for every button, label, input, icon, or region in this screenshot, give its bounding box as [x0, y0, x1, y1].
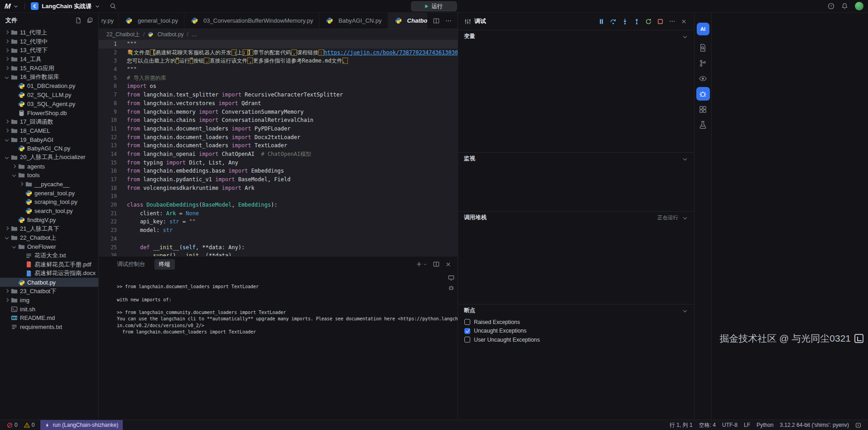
line-number[interactable]: 7 [99, 91, 117, 99]
step-over-icon[interactable] [609, 18, 617, 25]
tree-file[interactable]: general_tool.py [0, 188, 98, 198]
tree-file[interactable]: BabyAGI_CN.py [0, 144, 98, 153]
line-number[interactable]: 11 [99, 125, 117, 133]
code-line[interactable]: 14from langchain_openai import ChatOpenA… [99, 150, 458, 159]
notifications-bell-icon[interactable] [841, 3, 848, 10]
line-number[interactable]: 3 [99, 57, 117, 65]
tree-folder[interactable]: 15_RAG应用 [0, 64, 98, 73]
tree-folder[interactable]: 22_Chatbot上 [0, 233, 98, 242]
tree-folder[interactable]: 19_BabyAGI [0, 135, 98, 144]
collapse-all-icon[interactable] [87, 17, 93, 24]
tree-file[interactable]: 易速鲜花运营指南.docx [0, 269, 98, 278]
line-number[interactable]: 15 [99, 159, 117, 167]
code-line[interactable]: 20class DoubaoEmbeddings(BaseModel, Embe… [99, 201, 458, 209]
line-number[interactable]: 25 [99, 243, 117, 252]
panel-tab-terminal[interactable]: 终端 [154, 259, 175, 270]
line-number[interactable]: 19 [99, 192, 117, 201]
code-line[interactable]: 12from langchain.document_loaders import… [99, 133, 458, 142]
tree-folder[interactable]: 17_回调函数 [0, 117, 98, 126]
ai-assistant-button[interactable]: AI [697, 23, 709, 35]
checkbox-unchecked-icon[interactable] [464, 319, 470, 325]
extensions-icon[interactable] [696, 102, 710, 116]
tree-file[interactable]: 03_SQL_Agent.py [0, 100, 98, 109]
new-file-icon[interactable] [75, 17, 82, 24]
breadcrumb-item[interactable]: Chatbot.py [157, 31, 183, 38]
line-number[interactable]: 5 [99, 74, 117, 82]
code-line[interactable]: 5# 导入所需的库 [99, 74, 458, 82]
tree-file[interactable]: 01_DBCreation.py [0, 82, 98, 91]
breadcrumb-item[interactable]: … [192, 31, 197, 38]
code-line[interactable]: 15from typing import Dict, List, Any [99, 159, 458, 167]
terminal-instance-icon[interactable] [448, 275, 454, 281]
code-line[interactable]: 4""" [99, 65, 458, 74]
step-into-icon[interactable] [621, 18, 629, 25]
split-editor-icon[interactable] [433, 18, 439, 24]
eol-sequence[interactable]: LF [741, 420, 753, 430]
run-debug-icon[interactable] [696, 87, 710, 101]
line-number[interactable]: 1 [99, 40, 117, 48]
line-number[interactable]: 10 [99, 116, 117, 125]
tree-folder[interactable]: 23_Chatbot下 [0, 287, 98, 296]
tree-file[interactable]: init.sh [0, 304, 98, 314]
more-icon[interactable] [668, 18, 676, 25]
code-line[interactable]: 10from langchain.chains import Conversat… [99, 116, 458, 125]
tree-folder[interactable]: 18_CAMEL [0, 126, 98, 135]
chevron-down-icon[interactable] [682, 214, 688, 221]
run-button[interactable]: 运行 [411, 1, 457, 11]
tree-folder[interactable]: tools [0, 171, 98, 180]
tree-file[interactable]: findbigV.py [0, 215, 98, 224]
breakpoint-item[interactable]: Raised Exceptions [458, 318, 694, 327]
tree-folder[interactable]: __pycache__ [0, 180, 98, 189]
line-number[interactable]: 22 [99, 217, 117, 226]
app-logo[interactable]: M [4, 2, 10, 10]
encoding[interactable]: UTF-8 [719, 420, 741, 430]
code-line[interactable]: 2💐文件是【易速鲜花聊天客服机器人的开发（上）】章节的配套代码，课程链接：htt… [99, 48, 458, 57]
pause-icon[interactable] [598, 18, 605, 25]
section-header-breakpoints[interactable]: 断点 [458, 304, 694, 316]
source-control-icon[interactable] [696, 56, 710, 70]
line-number[interactable]: 14 [99, 150, 117, 159]
code-line[interactable]: 1""" [99, 40, 458, 48]
line-number[interactable]: 9 [99, 108, 117, 116]
breakpoint-item[interactable]: Uncaught Exceptions [458, 327, 694, 336]
more-actions-icon[interactable] [445, 18, 452, 24]
user-avatar[interactable] [855, 2, 863, 10]
code-line[interactable]: 16from langchain.embeddings.base import … [99, 167, 458, 175]
problems-warnings[interactable]: 0 [21, 420, 38, 430]
terminal-output[interactable]: >> from langchain.document_loaders impor… [99, 272, 458, 420]
checkbox-unchecked-icon[interactable] [464, 337, 470, 343]
cursor-position[interactable]: 行 1, 列 1 [666, 420, 696, 430]
workspace-menu-chevron-icon[interactable] [13, 4, 19, 9]
split-terminal-icon[interactable] [433, 261, 439, 267]
tree-file[interactable]: 02_SQL_LLM.py [0, 91, 98, 100]
tree-folder[interactable]: img [0, 296, 98, 305]
line-number[interactable]: 12 [99, 133, 117, 142]
line-number[interactable]: 13 [99, 141, 117, 150]
indentation[interactable]: 空格: 4 [696, 420, 719, 430]
code-line[interactable]: 24 [99, 235, 458, 243]
line-number[interactable]: 20 [99, 201, 117, 209]
line-number[interactable]: 26 [99, 251, 117, 256]
step-out-icon[interactable] [633, 18, 641, 25]
restart-icon[interactable] [645, 18, 652, 25]
tree-folder[interactable]: 20_人脉工具上/socializer [0, 153, 98, 162]
panel-tab-debug-console[interactable]: 调试控制台 [112, 259, 150, 270]
editor-tab[interactable]: Chatbot.py [388, 13, 427, 29]
code-line[interactable]: 8from langchain.vectorstores import Qdra… [99, 99, 458, 108]
code-line[interactable]: 23 model: str [99, 226, 458, 235]
tree-folder[interactable]: 16_操作数据库 [0, 72, 98, 82]
code-line[interactable]: 18from volcenginesdkarkruntime import Ar… [99, 184, 458, 193]
code-line[interactable]: 7from langchain.text_splitter import Rec… [99, 91, 458, 99]
line-number[interactable]: 23 [99, 226, 117, 235]
chevron-down-icon[interactable] [682, 33, 688, 39]
code-line[interactable]: 13from langchain.document_loaders import… [99, 141, 458, 150]
breakpoint-item[interactable]: User Uncaught Exceptions [458, 335, 694, 344]
code-line[interactable]: 21 client: Ark = None [99, 209, 458, 218]
chevron-down-icon[interactable] [682, 155, 688, 162]
line-number[interactable]: 8 [99, 99, 117, 108]
tree-file[interactable]: scraping_tool.py [0, 198, 98, 207]
tree-file[interactable]: search_tool.py [0, 207, 98, 216]
tree-file[interactable]: FlowerShop.db [0, 108, 98, 117]
code-line[interactable]: 11from langchain.document_loaders import… [99, 125, 458, 133]
line-number[interactable]: 2 [99, 48, 117, 57]
